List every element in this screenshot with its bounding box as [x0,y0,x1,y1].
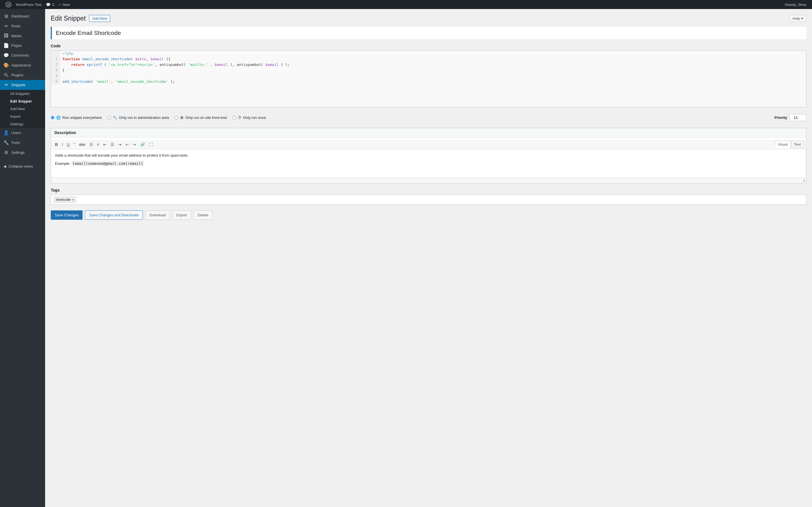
sidebar-item-settings[interactable]: ⚙ Settings [0,148,45,158]
tags-input[interactable]: shortcode × [51,194,806,205]
sidebar-item-snippets[interactable]: ✂ Snippets [0,80,45,90]
run-option-admin[interactable]: 🔧 Only run in administration area [107,115,169,120]
text-tab-button[interactable]: Text [791,141,804,148]
run-frontend-label: Only run on site front-end [185,115,227,120]
line-num-1: 1 [51,56,60,62]
code-line-4: 4 [51,73,806,79]
example-label: Example: [55,161,71,166]
underline-button[interactable]: U [65,141,71,148]
plus-icon: + [59,3,61,7]
snippets-icon: ✂ [3,82,9,88]
align-center-icon: ☰ [110,142,114,147]
line-num-5: 5 [51,79,60,84]
comments-icon: 💬 [3,53,9,58]
submenu-edit-snippet[interactable]: Edit Snippet [0,98,45,105]
bold-button[interactable]: B [53,141,59,148]
users-icon: 👤 [3,130,9,135]
submenu-add-new[interactable]: Add New [0,105,45,113]
align-right-button[interactable]: ⇥ [116,141,123,148]
italic-button[interactable]: I [60,141,64,148]
add-new-button[interactable]: Add New [89,15,110,22]
active-indicator [43,83,45,87]
ol-icon: ≡ [97,142,99,147]
run-option-frontend[interactable]: 🖥 Only run on site front-end [174,115,227,120]
sidebar-item-users[interactable]: 👤 Users [0,128,45,138]
new-content-link[interactable]: + New [57,3,72,7]
page-title-area: Edit Snippet Add New [51,15,110,22]
tag-shortcode: shortcode × [54,196,76,203]
sidebar-item-pages[interactable]: 📄 Pages [0,41,45,50]
bold-icon: B [55,142,58,147]
appearance-icon: 🎨 [3,62,9,68]
align-right-icon: ⇥ [118,142,121,147]
run-option-once-radio[interactable] [232,116,236,119]
save-deactivate-button[interactable]: Save Changes and Deactivate [85,210,143,220]
sidebar-item-tools[interactable]: 🔧 Tools [0,138,45,148]
sidebar-item-label-users: Users [11,131,21,135]
run-option-everywhere-radio[interactable] [51,116,54,119]
code-editor[interactable]: <?php 1 function email_encode_shortcode(… [51,50,806,107]
comments-link[interactable]: 💬 0 [44,3,56,7]
delete-button[interactable]: Delete [193,210,213,220]
howdy-text: Howdy, Shea [785,3,806,7]
align-left-button[interactable]: ⇤ [101,141,108,148]
align-center-button[interactable]: ☰ [109,141,116,148]
main-content: Edit Snippet Add New Help ▾ Code <?p [45,9,812,507]
new-label: New [63,3,70,7]
run-admin-label: Only run in administration area [119,115,169,120]
blockquote-button[interactable]: " [72,141,77,148]
undo-button[interactable]: ↩ [124,141,131,148]
run-option-frontend-radio[interactable] [174,116,178,119]
run-option-admin-radio[interactable] [107,116,111,119]
pages-icon: 📄 [3,43,9,48]
code-example: [email]someone@gmail.com[/email] [71,161,144,166]
description-resize-handle[interactable]: ↕ [51,177,806,183]
help-button[interactable]: Help ▾ [790,15,806,22]
download-button[interactable]: Download [145,210,170,220]
sidebar-item-posts[interactable]: ✏ Posts [0,21,45,31]
submenu-import[interactable]: Import [0,113,45,120]
priority-input[interactable] [790,114,806,121]
fullscreen-button[interactable]: ⛶ [147,141,154,148]
sidebar-item-appearance[interactable]: 🎨 Appearance [0,60,45,70]
site-name-link[interactable]: WordPress Test [13,3,44,7]
sidebar-item-label-appearance: Appearance [11,63,31,67]
redo-button[interactable]: ↪ [131,141,138,148]
visual-tab-button[interactable]: Visual [775,141,791,148]
unordered-list-button[interactable]: ☰ [88,141,95,148]
strikethrough-icon: abc [79,142,86,147]
collapse-menu-button[interactable]: ◀ Collapse menu [0,162,45,171]
sidebar-item-plugins[interactable]: 🔌 Plugins [0,70,45,80]
clock-icon: ⏱ [238,115,241,120]
ordered-list-button[interactable]: ≡ [95,141,101,148]
globe-icon: 🌐 [56,115,61,120]
line-code-5: add_shortcode( 'email', 'email_encode_sh… [60,79,806,84]
export-button[interactable]: Export [172,210,192,220]
wp-logo-link[interactable]: W [3,2,13,7]
description-line1: Adds a shortcode that will encode your e… [55,153,802,159]
wp-logo-icon: W [6,2,11,7]
link-button[interactable]: 🔗 [139,141,147,148]
strikethrough-button[interactable]: abc [77,141,87,148]
howdy-link[interactable]: Howdy, Shea [783,3,809,7]
snippet-name-input[interactable] [52,27,806,39]
sidebar-item-label-settings: Settings [11,151,24,155]
line-code-2: return sprintf ( '<a href="%s">%s</a>', … [60,62,806,68]
sidebar-item-comments[interactable]: 💬 Comments [0,50,45,60]
submenu-all-snippets[interactable]: All Snippets [0,90,45,98]
description-editor[interactable]: Adds a shortcode that will encode your e… [51,149,806,177]
italic-icon: I [62,142,63,147]
save-changes-button[interactable]: Save Changes [51,210,83,220]
tag-remove-shortcode[interactable]: × [72,198,74,202]
line-code-1: function email_encode_shortcode( $atts, … [60,56,806,62]
sidebar-item-label-posts: Posts [11,24,20,28]
comment-icon: 💬 [46,3,50,7]
plugins-icon: 🔌 [3,72,9,78]
sidebar-item-media[interactable]: 🖼 Media [0,31,45,41]
run-option-everywhere[interactable]: 🌐 Run snippet everywhere [51,115,102,120]
run-option-once[interactable]: ⏱ Only run once [232,115,266,120]
sidebar-item-dashboard[interactable]: ⊞ Dashboard [0,11,45,21]
submenu-settings[interactable]: Settings [0,120,45,128]
tags-section: Tags shortcode × [51,188,806,205]
description-line2: Example: [email]someone@gmail.com[/email… [55,161,802,167]
